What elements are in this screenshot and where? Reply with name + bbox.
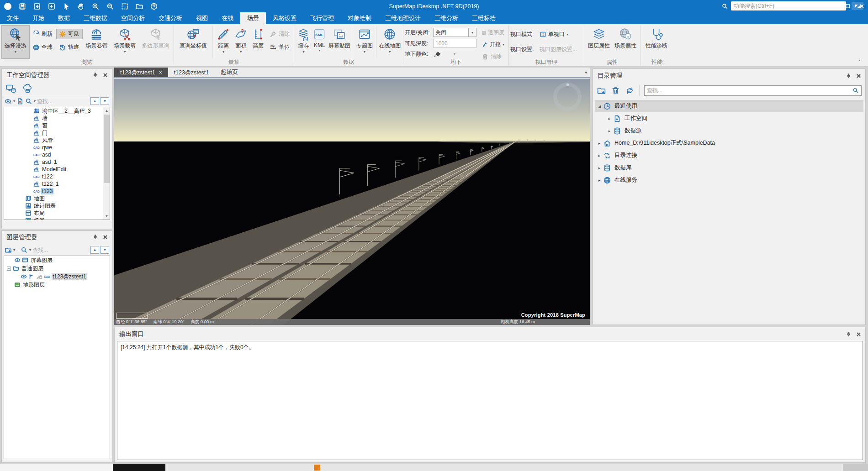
scene-3d-viewport[interactable]: Copyright 2018 SuperMap 西经 0°1′ 36.85″ 南…	[114, 79, 590, 325]
pin-icon[interactable]	[846, 331, 852, 337]
workspace-tree-item[interactable]: 墙	[4, 115, 110, 122]
select-roam-button[interactable]: 选择漫游▾	[1, 25, 30, 59]
underground-depth-input[interactable]	[433, 39, 476, 48]
workspace-tree-item[interactable]: 布局	[4, 209, 110, 217]
tab-close-icon[interactable]: ×	[159, 69, 162, 76]
performance-diagnose-button[interactable]: 性能诊断	[642, 25, 671, 59]
ribbon-tab-4[interactable]: 空间分析	[114, 12, 152, 24]
taskbar-dark-segment[interactable]	[113, 464, 165, 471]
scene-properties-button[interactable]: 场景属性	[612, 25, 639, 59]
cloud-workspace-icon[interactable]	[22, 83, 33, 94]
scene-curtain-button[interactable]: 场景卷帘	[83, 25, 111, 59]
workspace-tree-item[interactable]: 场景	[4, 217, 110, 220]
workspace-tree-item[interactable]: CADqwe	[4, 144, 110, 151]
find-next-button[interactable]: ▼	[101, 97, 109, 105]
layer-properties-button[interactable]: 图层属性	[586, 25, 612, 59]
ribbon-tab-12[interactable]: 三维地理设计	[378, 12, 428, 24]
save-icon[interactable]	[18, 2, 26, 10]
catalog-tree-item[interactable]: ▸目录连接	[595, 149, 863, 162]
workspace-tree-item[interactable]: CADt122	[4, 173, 110, 180]
ribbon-tab-13[interactable]: 三维分析	[428, 12, 465, 24]
workspace-tree-item[interactable]: 渝中区__2__高程_3	[4, 107, 110, 115]
pan-hand-icon[interactable]	[77, 2, 85, 10]
eye-filter-icon[interactable]	[5, 98, 12, 105]
expander-minus-icon[interactable]: −	[7, 267, 11, 271]
document-icon[interactable]	[16, 98, 24, 105]
caret-right-icon[interactable]: ▸	[607, 129, 612, 133]
navigation-compass[interactable]	[553, 83, 582, 111]
viewport-mode-value[interactable]: 单视口	[548, 31, 565, 38]
back-icon[interactable]	[33, 2, 41, 10]
magnifier-icon[interactable]	[21, 246, 28, 254]
caret-right-icon[interactable]: ▸	[607, 116, 612, 121]
taskbar-orange-app-icon[interactable]	[314, 465, 320, 471]
output-log[interactable]: [14:25:24] 共打开1个数据源，其中成功1个，失败0个。	[117, 341, 863, 460]
folder-open-icon[interactable]	[135, 2, 143, 10]
cache-button[interactable]: 缓存▾	[296, 25, 312, 59]
catalog-tree-item[interactable]: ▸Home_D:\911idesktop正式\SampleData	[595, 137, 863, 149]
magnifier-icon[interactable]	[25, 98, 32, 105]
workspace-tree-item[interactable]: ModelEdit	[4, 166, 110, 173]
ribbon-tab-2[interactable]: 数据	[51, 12, 77, 24]
find-previous-button[interactable]: ▲	[90, 246, 99, 254]
ribbon-tab-14[interactable]: 三维标绘	[465, 12, 503, 24]
query-coordinates-button[interactable]: 查询坐标值	[175, 25, 211, 59]
eye-icon[interactable]	[21, 273, 27, 280]
dig-button[interactable]: 开挖▾	[479, 39, 507, 50]
area-button[interactable]: ? 面积▾	[232, 25, 249, 59]
zoom-out-icon[interactable]	[106, 2, 114, 10]
workspace-tree-item[interactable]: 地图	[4, 195, 110, 202]
workspace-tree-item[interactable]: 风管	[4, 136, 110, 144]
ribbon-tab-1[interactable]: 开始	[26, 12, 51, 24]
catalog-tree-item[interactable]: ▸数据库	[595, 162, 863, 174]
ribbon-tab-6[interactable]: 视图	[189, 12, 215, 24]
scrollbar-thumb[interactable]	[104, 115, 110, 183]
catalog-search-input[interactable]	[647, 87, 851, 94]
caret-down-icon[interactable]: ◢	[597, 104, 602, 109]
pointer-icon[interactable]	[62, 2, 70, 10]
catalog-tree-item[interactable]: ▸数据源	[595, 125, 863, 137]
caret-right-icon[interactable]: ▸	[597, 141, 602, 146]
pin-icon[interactable]	[92, 234, 98, 240]
ribbon-tab-11[interactable]: 对象绘制	[341, 12, 378, 24]
height-button[interactable]: 高度	[249, 25, 267, 59]
find-next-button[interactable]: ▼	[101, 246, 109, 254]
workspace-tree-item[interactable]: CADasd	[4, 151, 110, 158]
catalog-tree-item[interactable]: ◢最近使用	[595, 100, 863, 112]
tab-list-icon[interactable]: ▾	[585, 70, 587, 75]
visible-button[interactable]: 可见	[56, 29, 83, 39]
layer-tree-item[interactable]: 地形图层	[4, 281, 110, 289]
caret-right-icon[interactable]: ▸	[597, 153, 602, 158]
paint-bucket-icon[interactable]	[433, 50, 442, 58]
workspace-tree-item[interactable]: CADt123	[4, 188, 110, 195]
marquee-select-icon[interactable]	[121, 2, 129, 10]
workspace-search-input[interactable]	[37, 98, 89, 105]
scene-tab-0[interactable]: t123@zstest1×	[114, 68, 168, 77]
scroll-up-icon[interactable]: ▲	[103, 107, 110, 114]
pin-icon[interactable]	[846, 73, 852, 79]
distance-button[interactable]: 距离▾	[215, 25, 232, 59]
caret-right-icon[interactable]: ▸	[597, 178, 602, 183]
thematic-map-button[interactable]: 专题图▾	[355, 25, 374, 59]
help-icon[interactable]	[150, 2, 158, 10]
ribbon-tab-7[interactable]: 在线	[215, 12, 240, 24]
search-input[interactable]	[731, 1, 846, 10]
layer-tree-item[interactable]: CADt123@zstest1	[4, 272, 110, 281]
ribbon-tab-0[interactable]: 文件	[0, 12, 26, 24]
underground-onoff-select[interactable]: 关闭	[433, 28, 469, 37]
kml-button[interactable]: KML KML▾	[312, 25, 328, 59]
ribbon-tab-5[interactable]: 交通分析	[152, 12, 189, 24]
zoom-in-icon[interactable]	[91, 2, 100, 10]
chevron-down-icon[interactable]: ▾	[454, 52, 455, 56]
layer-tree-item[interactable]: 屏幕图层	[4, 256, 110, 264]
add-layer-folder-icon[interactable]	[5, 246, 12, 254]
refresh-button[interactable]: 刷新	[30, 29, 56, 39]
close-icon[interactable]	[856, 73, 862, 79]
refresh-icon[interactable]	[625, 86, 635, 95]
ribbon-tab-8[interactable]: 场景	[240, 12, 266, 24]
forward-icon[interactable]	[48, 2, 56, 10]
workspace-tree-item[interactable]: t122_1	[4, 180, 110, 188]
scene-clip-button[interactable]: 场景裁剪▾	[111, 25, 139, 59]
layer-tree-item[interactable]: −普通图层	[4, 264, 110, 272]
catalog-tree-item[interactable]: ▸在线服务	[595, 174, 863, 186]
